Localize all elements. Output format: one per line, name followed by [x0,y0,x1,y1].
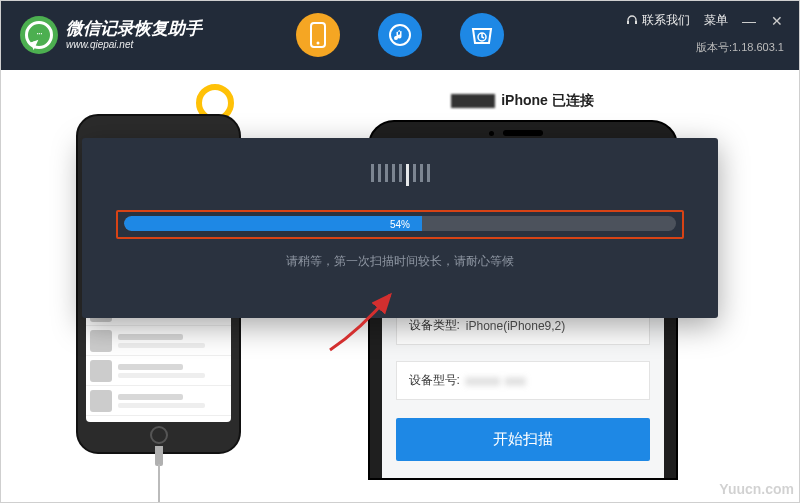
progress-dialog: 54% 请稍等，第一次扫描时间较长，请耐心等候 [82,138,718,318]
svg-rect-4 [627,21,629,24]
wait-message: 请稍等，第一次扫描时间较长，请耐心等候 [116,253,684,270]
version-label: 版本号:1.18.603.1 [696,40,784,55]
cable-icon [155,446,163,466]
app-url: www.qiepai.net [66,39,202,50]
nav-restore-button[interactable] [460,13,504,57]
progress-highlight-box: 54% [116,210,684,239]
contact-us-link[interactable]: 联系我们 [626,12,690,29]
device-type-value: iPhone(iPhone9,2) [466,319,565,333]
contact-label: 联系我们 [642,12,690,29]
progress-percent: 54% [390,218,410,229]
svg-point-1 [317,42,320,45]
app-title: 微信记录恢复助手 [66,20,202,39]
device-model-field: 设备型号: xxxxx xxx [396,361,650,400]
connection-title: iPhone 已连接 [281,92,764,110]
nav-icons [296,13,504,57]
home-button-icon [150,426,168,444]
logo-block: 微信记录恢复助手 www.qiepai.net [20,16,202,54]
nav-phone-button[interactable] [296,13,340,57]
nav-music-button[interactable] [378,13,422,57]
device-model-value: xxxxx xxx [466,374,526,388]
window-minimize-button[interactable]: — [742,13,756,29]
window-close-button[interactable]: ✕ [770,13,784,29]
progress-fill [124,216,422,231]
watermark: Yuucn.com [719,481,794,497]
progress-bar: 54% [124,216,676,231]
wechat-logo-icon [20,16,58,54]
app-header: 微信记录恢复助手 www.qiepai.net 联系我们 菜单 — ✕ 版本号:… [0,0,800,70]
headset-icon [626,15,638,27]
censored-text [451,94,495,108]
start-scan-button[interactable]: 开始扫描 [396,418,650,461]
loading-bars-icon [116,164,684,186]
svg-rect-5 [635,21,637,24]
phone-notch-icon [503,130,543,136]
menu-link[interactable]: 菜单 [704,12,728,29]
